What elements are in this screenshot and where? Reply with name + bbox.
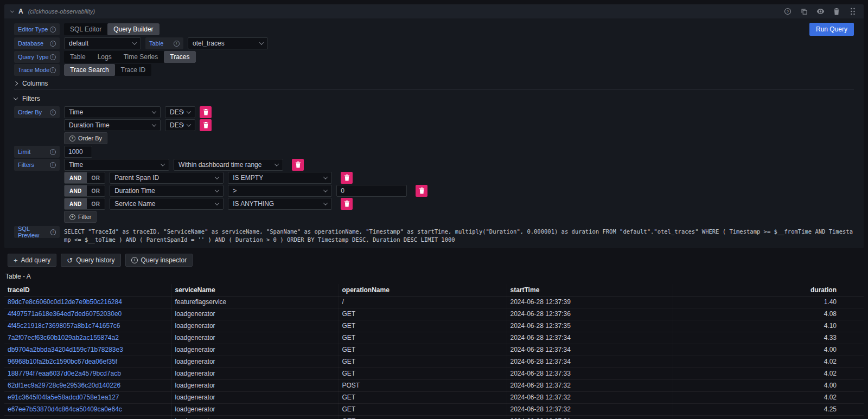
query-type-option-traces[interactable]: Traces <box>164 51 195 63</box>
info-icon[interactable]: i <box>50 41 56 47</box>
trace-id-link[interactable]: 4f497571a618e364ed7ded60752030e0 <box>8 310 122 318</box>
info-circle-icon: i <box>131 257 138 263</box>
column-header-duration[interactable]: duration <box>673 284 864 296</box>
info-icon[interactable]: i <box>174 41 180 47</box>
run-query-button[interactable]: Run Query <box>809 23 854 36</box>
trace-mode-label: Trace Mode i <box>14 64 60 76</box>
start-time-cell: 2024-06-28 12:37:33 <box>507 368 673 379</box>
filter-operator-value: IS EMPTY <box>233 174 263 182</box>
database-select[interactable]: default <box>64 37 141 49</box>
order-by-direction-select[interactable]: DESC <box>165 106 195 118</box>
remove-filter-button[interactable] <box>292 159 304 171</box>
duration-cell: 4.10 <box>673 320 864 332</box>
conjunction-or[interactable]: OR <box>87 185 105 196</box>
table-value: otel_traces <box>193 40 225 47</box>
table-select[interactable]: otel_traces <box>188 37 268 49</box>
info-icon[interactable]: i <box>50 27 56 33</box>
info-icon[interactable]: i <box>50 67 56 73</box>
filter-operator-select[interactable]: Within dashboard time range <box>174 159 283 171</box>
info-icon[interactable]: i <box>50 162 56 168</box>
filter-operator-select[interactable]: IS EMPTY <box>228 172 332 184</box>
info-icon[interactable]: i <box>50 109 56 115</box>
table-panel: Table - A traceID serviceName operationN… <box>4 270 864 419</box>
editor-type-option-query-builder[interactable]: Query Builder <box>107 23 159 35</box>
query-inspector-button[interactable]: i Query inspector <box>125 254 193 267</box>
filter-operator-value: Within dashboard time range <box>178 161 261 169</box>
editor-type-label-text: Editor Type <box>18 26 48 33</box>
query-collapse-icon[interactable] <box>10 9 14 12</box>
query-type-label-text: Query Type <box>18 54 49 60</box>
table-row: 1887794f7eaa6037d0e2a4579bcd7acb loadgen… <box>4 368 864 379</box>
duration-cell: 1.40 <box>673 296 864 308</box>
table-row: 4f45c21918c73698057a8b1c741657c6 loadgen… <box>4 320 864 332</box>
query-editor-body: Editor Type i SQL Editor Query Builder R… <box>4 18 864 248</box>
order-by-field-select[interactable]: Time <box>64 106 161 118</box>
filters-section-toggle[interactable]: Filters <box>14 92 854 105</box>
query-type-switch: Table Logs Time Series Traces <box>64 51 196 63</box>
conjunction-or[interactable]: OR <box>87 172 105 183</box>
trace-id-link[interactable]: 96968b10fa2b2c1590bc67dea06ef35f <box>8 358 117 365</box>
filter-operator-select[interactable]: IS ANYTHING <box>228 198 332 210</box>
column-header-operationname[interactable]: operationName <box>339 284 507 296</box>
service-name-cell: loadgenerator <box>171 379 339 391</box>
duration-cell: 4.25 <box>673 403 864 415</box>
help-icon[interactable]: ? <box>783 7 792 16</box>
duration-cell: 4.00 <box>673 344 864 356</box>
trace-mode-option-trace-search[interactable]: Trace Search <box>64 64 115 76</box>
trace-id-link[interactable]: 62df1ec9a29728c9e29536c20d140226 <box>8 382 120 389</box>
column-header-traceid[interactable]: traceID <box>4 284 171 296</box>
columns-section-toggle[interactable]: Columns <box>14 77 854 90</box>
remove-order-by-button[interactable] <box>200 119 212 131</box>
chevron-down-icon <box>187 122 191 126</box>
query-type-option-time-series[interactable]: Time Series <box>118 51 164 63</box>
remove-order-by-button[interactable] <box>200 106 212 118</box>
column-header-servicename[interactable]: serviceName <box>171 284 339 296</box>
service-name-cell: loadgenerator <box>171 415 339 419</box>
query-type-option-logs[interactable]: Logs <box>92 51 118 63</box>
remove-filter-button[interactable] <box>416 185 427 197</box>
order-by-field-select[interactable]: Duration Time <box>64 119 161 131</box>
order-by-direction-select[interactable]: DESC <box>165 119 195 131</box>
query-letter[interactable]: A <box>18 8 23 15</box>
trace-id-link[interactable]: e67ee7b53870d4c864ca50409ca0e64c <box>8 405 122 413</box>
info-icon[interactable]: i <box>50 229 56 235</box>
query-history-button[interactable]: ↺ Query history <box>61 254 120 267</box>
duplicate-query-icon[interactable] <box>800 7 808 16</box>
filter-operator-select[interactable]: > <box>228 185 332 197</box>
table-row: db9704a2bbda34204d159c71b78283e3 loadgen… <box>4 344 864 356</box>
add-query-button[interactable]: + Add query <box>8 254 56 267</box>
limit-input[interactable] <box>64 146 92 158</box>
trace-id-link[interactable]: 4f45c21918c73698057a8b1c741657c6 <box>8 322 120 330</box>
conjunction-and[interactable]: AND <box>65 172 87 183</box>
trace-id-link[interactable]: db9704a2bbda34204d159c71b78283e3 <box>8 346 123 353</box>
trace-id-link[interactable]: e91c3645f04fa5e58adcd0758e1ea127 <box>8 394 119 401</box>
column-header-starttime[interactable]: startTime <box>507 284 673 296</box>
remove-filter-button[interactable] <box>341 172 353 184</box>
trace-mode-option-trace-id[interactable]: Trace ID <box>115 64 152 76</box>
info-icon[interactable]: i <box>50 149 56 155</box>
operation-name-cell: GET <box>339 308 507 320</box>
filter-field-select[interactable]: Parent Span ID <box>110 172 224 184</box>
trace-id-link[interactable]: 89dc7e8c6060c0d12de7e9b50c216284 <box>8 298 122 306</box>
trace-id-link[interactable]: 1887794f7eaa6037d0e2a4579bcd7acb <box>8 370 121 377</box>
add-filter-button[interactable]: + Filter <box>64 211 97 223</box>
filter-field-select[interactable]: Time <box>64 159 169 171</box>
query-type-option-table[interactable]: Table <box>64 51 92 63</box>
eye-icon[interactable] <box>816 7 825 16</box>
filter-field-select[interactable]: Service Name <box>110 198 224 210</box>
drag-handle-icon[interactable] <box>848 7 857 16</box>
delete-query-icon[interactable] <box>832 7 841 16</box>
info-icon[interactable]: i <box>50 54 56 60</box>
remove-filter-button[interactable] <box>341 198 353 210</box>
chevron-down-icon <box>259 40 264 44</box>
conjunction-or[interactable]: OR <box>87 198 105 209</box>
chevron-right-icon <box>14 81 18 85</box>
trace-id-link[interactable]: 7a2f07ecf63c60b1029ab2ac155874a2 <box>8 334 119 341</box>
filter-value-input[interactable] <box>336 185 407 197</box>
add-order-by-button[interactable]: + Order By <box>64 132 107 144</box>
filter-field-select[interactable]: Duration Time <box>110 185 224 197</box>
editor-type-option-sql-editor[interactable]: SQL Editor <box>64 23 107 35</box>
operation-name-cell: GET <box>339 415 507 419</box>
conjunction-and[interactable]: AND <box>65 185 87 196</box>
conjunction-and[interactable]: AND <box>65 198 87 209</box>
